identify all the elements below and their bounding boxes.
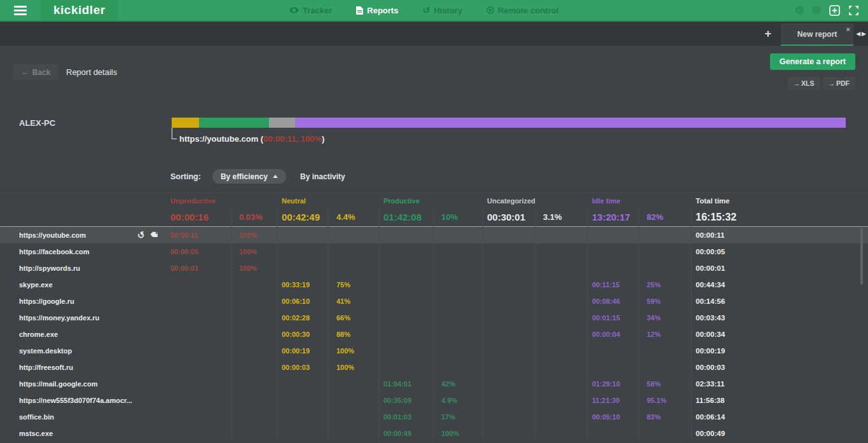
cell-np: [329, 409, 380, 425]
close-tab-icon[interactable]: ×: [846, 26, 850, 33]
cell-ut: [167, 376, 231, 392]
col-header-total-time[interactable]: Total time: [692, 197, 868, 207]
row-name: https://money.yandex.ru: [0, 310, 167, 326]
cell-pp: 4.9%: [434, 392, 483, 409]
activity-stacked-bar[interactable]: [172, 118, 846, 128]
table-row[interactable]: http://spywords.ru00:00:01100%00:00:01: [0, 260, 868, 276]
summary-uncategorized-pct: 3.1%: [535, 207, 588, 227]
cell-nt: 00:06:10: [278, 293, 329, 310]
cell-total: 00:00:05: [692, 243, 868, 260]
cell-ut: 00:00:11: [167, 227, 231, 243]
cell-it: [588, 260, 639, 276]
cell-up: [231, 376, 278, 392]
cell-up: [231, 326, 278, 343]
row-name: https://google.ru: [0, 293, 167, 310]
machine-name: ALEX-PC: [19, 118, 55, 128]
cell-ct: [483, 227, 535, 243]
nav-item-tracker[interactable]: Tracker: [289, 6, 332, 15]
vertical-scrollbar[interactable]: [860, 228, 863, 285]
table-row[interactable]: https://money.yandex.ru00:02:2866%00:01:…: [0, 310, 868, 326]
cell-pp: [434, 343, 483, 359]
cell-np: [329, 392, 380, 409]
generate-report-button[interactable]: Generate a report: [770, 53, 855, 70]
cell-pt: [380, 243, 434, 260]
tag-icon[interactable]: [151, 231, 159, 240]
bar-segment-idle: [295, 118, 846, 128]
cell-total: 00:06:14: [692, 409, 868, 425]
table-body: https://youtube.com↺00:00:11100%00:00:11…: [0, 226, 868, 442]
table-row[interactable]: soffice.bin00:01:0317%00:05:1083%00:06:1…: [0, 409, 868, 425]
fullscreen-icon[interactable]: [848, 5, 859, 16]
col-header-uncategorized[interactable]: Uncategorized: [483, 197, 588, 207]
cell-pt: [380, 326, 434, 343]
cell-cp: [535, 310, 588, 326]
export-xls-button[interactable]: XLS: [788, 77, 820, 90]
cell-up: [231, 425, 278, 442]
cell-pp: [434, 359, 483, 376]
nav-label: Remote control: [498, 6, 558, 15]
bar-segment-uncategorized: [269, 118, 295, 128]
table-row[interactable]: https://facebook.com00:00:05100%00:00:05: [0, 243, 868, 260]
col-header-neutral[interactable]: Neutral: [278, 197, 380, 207]
cell-ut: [167, 343, 231, 359]
table-row[interactable]: skype.exe00:33:1975%00:11:1525%00:44:34: [0, 276, 868, 293]
nav-item-history[interactable]: ↺ History: [422, 6, 462, 15]
export-pdf-button[interactable]: PDF: [823, 77, 856, 90]
new-window-icon[interactable]: [829, 5, 840, 16]
add-tab-icon[interactable]: +: [764, 22, 771, 46]
cell-pt: 00:00:49: [380, 425, 434, 442]
sort-by-inactivity-button[interactable]: By inactivity: [300, 172, 345, 181]
scroll-tabs-left-icon[interactable]: ◀: [856, 31, 860, 37]
cell-cp: [535, 343, 588, 359]
tab-new-report[interactable]: New report ×: [781, 24, 853, 46]
cell-np: 100%: [329, 343, 380, 359]
back-button[interactable]: Back: [13, 64, 59, 80]
table-row[interactable]: mstsc.exe00:00:49100%00:00:49: [0, 425, 868, 442]
cell-cp: [535, 243, 588, 260]
cell-ut: [167, 392, 231, 409]
row-name: https://youtube.com↺: [0, 227, 167, 243]
cell-ct: [483, 276, 535, 293]
summary-idle-time: 13:20:17: [588, 207, 639, 227]
cell-pp: [434, 227, 483, 243]
cell-ct: [483, 409, 535, 425]
table-row[interactable]: https://youtube.com↺00:00:11100%00:00:11: [0, 226, 868, 243]
col-header-unproductive[interactable]: Unproductive: [167, 197, 278, 207]
sort-by-efficiency-button[interactable]: By efficiency: [212, 169, 286, 184]
eye-icon: [289, 7, 299, 13]
table-row[interactable]: https://mail.google.com01:04:0142%01:29:…: [0, 376, 868, 392]
table-row[interactable]: https://google.ru00:06:1041%00:08:4659%0…: [0, 293, 868, 310]
cell-pt: [380, 359, 434, 376]
cell-np: 100%: [329, 359, 380, 376]
cell-total: 00:14:56: [692, 293, 868, 310]
table-row[interactable]: https://new555f3d070f74a.amocr...00:35:0…: [0, 392, 868, 409]
col-header-idle-time[interactable]: Idle time: [588, 197, 692, 207]
cell-ct: [483, 293, 535, 310]
report-icon: [356, 6, 363, 15]
back-label: Back: [32, 68, 51, 77]
cell-cp: [535, 376, 588, 392]
hamburger-menu-icon[interactable]: [0, 0, 41, 20]
col-header-productive[interactable]: Productive: [380, 197, 483, 207]
cell-pp: 100%: [434, 425, 483, 442]
cell-pt: [380, 227, 434, 243]
cell-ip: 34%: [639, 310, 692, 326]
tab-label: New report: [797, 30, 837, 39]
scroll-tabs-right-icon[interactable]: ▶: [862, 31, 866, 37]
cell-pp: 17%: [434, 409, 483, 425]
cell-cp: [535, 425, 588, 442]
history-icon[interactable]: ↺: [136, 229, 146, 240]
report-table: Unproductive Neutral Productive Uncatego…: [0, 193, 868, 442]
summary-total-time: 16:15:32: [692, 207, 868, 227]
nav-item-remote-control[interactable]: Remote control: [486, 6, 558, 15]
table-row[interactable]: chrome.exe00:00:3088%00:00:0412%00:00:34: [0, 326, 868, 343]
nav-item-reports[interactable]: Reports: [356, 6, 398, 15]
cell-pt: 00:01:03: [380, 409, 434, 425]
cell-ip: [639, 343, 692, 359]
cell-ip: 59%: [639, 293, 692, 310]
table-row[interactable]: http://freesoft.ru00:00:03100%00:00:03: [0, 359, 868, 376]
cell-total: 00:00:03: [692, 359, 868, 376]
cell-ut: [167, 293, 231, 310]
cell-it: [588, 243, 639, 260]
table-row[interactable]: system.desktop00:00:19100%00:00:19: [0, 343, 868, 359]
